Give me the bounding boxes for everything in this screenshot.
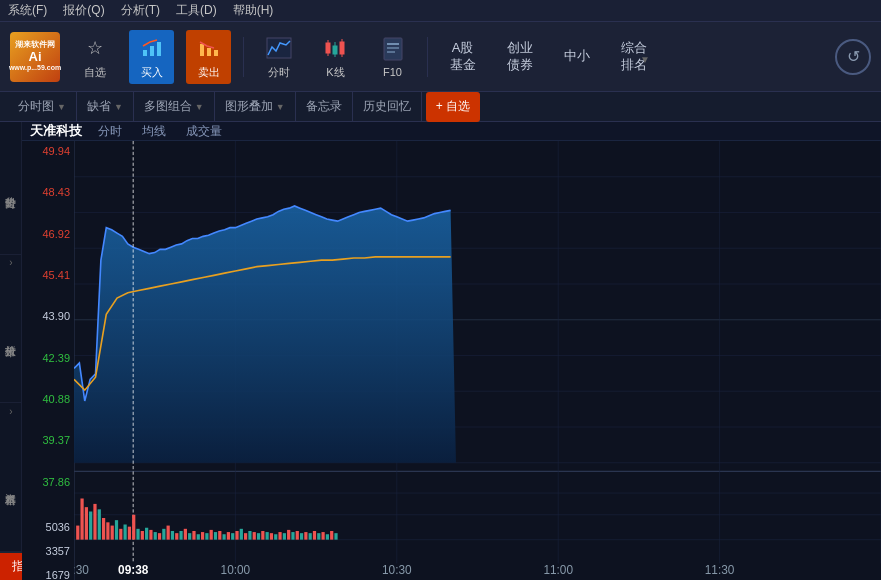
svg-rect-101 — [304, 532, 307, 540]
menu-bar: 系统(F) 报价(Q) 分析(T) 工具(D) 帮助(H) — [0, 0, 881, 22]
svg-rect-65 — [149, 530, 152, 540]
chart-svg-area[interactable]: 09:30 09:38 10:00 10:30 11:00 11:30 — [74, 141, 881, 580]
chart-wrapper: 49.94 48.43 46.92 45.41 43.90 42.39 40.8… — [22, 141, 881, 580]
svg-rect-92 — [266, 532, 269, 540]
svg-rect-48 — [76, 526, 79, 540]
chevron-down-icon: ▼ — [114, 102, 123, 112]
minute-icon — [265, 34, 293, 62]
sub-toolbar: 分时图 ▼ 缺省 ▼ 多图组合 ▼ 图形叠加 ▼ 备忘录 历史回忆 + 自选 — [0, 92, 881, 122]
svg-rect-106 — [326, 534, 329, 539]
svg-text:09:38: 09:38 — [118, 563, 149, 577]
sub-multi-chart-btn[interactable]: 多图组合 ▼ — [134, 92, 215, 122]
toolbar-small-btn[interactable]: 中小 — [554, 44, 599, 69]
left-sidebar: 分时走势 › 技术分析 › 基本资料 — [0, 122, 22, 552]
y-axis-main: 49.94 48.43 46.92 45.41 43.90 42.39 40.8… — [22, 141, 74, 580]
svg-rect-103 — [313, 531, 316, 540]
toolbar-minute-btn[interactable]: 分时 — [256, 30, 301, 84]
svg-rect-96 — [283, 533, 286, 539]
y-label-42: 42.39 — [26, 352, 70, 364]
svg-rect-84 — [231, 533, 234, 539]
svg-rect-59 — [123, 524, 126, 539]
toolbar-buy-btn[interactable]: 买入 — [129, 30, 174, 84]
svg-rect-79 — [210, 530, 213, 540]
sub-memo-btn[interactable]: 备忘录 — [296, 92, 353, 122]
svg-rect-4 — [207, 48, 211, 56]
stock-tab-volume[interactable]: 成交量 — [182, 123, 226, 140]
toolbar-sell-btn[interactable]: 卖出 — [186, 30, 231, 84]
svg-rect-67 — [158, 533, 161, 539]
menu-quote[interactable]: 报价(Q) — [63, 2, 104, 19]
svg-rect-99 — [296, 531, 299, 540]
y-label-49: 49.94 — [26, 145, 70, 157]
sub-overlay-btn[interactable]: 图形叠加 ▼ — [215, 92, 296, 122]
sub-add-watchlist-btn[interactable]: + 自选 — [426, 92, 480, 122]
svg-rect-95 — [278, 532, 281, 540]
sidebar-technical[interactable]: 技术分析 — [0, 271, 21, 404]
refresh-button[interactable]: ↺ — [835, 39, 871, 75]
svg-rect-70 — [171, 531, 174, 540]
sidebar-fundamental[interactable]: 基本资料 — [0, 419, 21, 552]
svg-rect-7 — [326, 43, 330, 53]
toolbar-watchlist-btn[interactable]: ☆ 自选 — [72, 30, 117, 84]
menu-analysis[interactable]: 分析(T) — [121, 2, 160, 19]
chevron-down-icon: ▼ — [195, 102, 204, 112]
sub-minute-chart-btn[interactable]: 分时图 ▼ — [8, 92, 77, 122]
svg-text:11:00: 11:00 — [543, 563, 573, 577]
svg-rect-97 — [287, 530, 290, 540]
stock-tab-avg[interactable]: 均线 — [138, 123, 170, 140]
toolbar: 湖来软件网 Ai www.p...59.com ☆ 自选 买入 卖出 分时 K线 — [0, 22, 881, 92]
menu-system[interactable]: 系统(F) — [8, 2, 47, 19]
svg-rect-5 — [214, 50, 218, 56]
kline-icon — [322, 34, 350, 62]
svg-rect-72 — [179, 531, 182, 540]
svg-rect-100 — [300, 533, 303, 539]
svg-rect-108 — [334, 533, 337, 539]
toolbar-startup-btn[interactable]: 创业债券 — [497, 36, 542, 78]
stock-name: 天准科技 — [30, 122, 82, 140]
y-label-38: 37.86 — [26, 476, 70, 488]
sidebar-arrow-1: › — [0, 255, 22, 271]
sub-default-btn[interactable]: 缺省 ▼ — [77, 92, 134, 122]
svg-rect-85 — [235, 531, 238, 540]
svg-rect-62 — [136, 529, 139, 540]
menu-tools[interactable]: 工具(D) — [176, 2, 217, 19]
svg-rect-54 — [102, 518, 105, 540]
toolbar-f10-btn[interactable]: F10 — [370, 31, 415, 82]
svg-rect-86 — [240, 529, 243, 540]
y-label-47: 46.92 — [26, 228, 70, 240]
menu-help[interactable]: 帮助(H) — [233, 2, 274, 19]
svg-rect-89 — [253, 532, 256, 540]
toolbar-kline-btn[interactable]: K线 — [313, 30, 358, 84]
y-label-41: 40.88 — [26, 393, 70, 405]
f10-icon — [379, 35, 407, 63]
svg-rect-74 — [188, 533, 191, 539]
main-layout: 分时走势 › 技术分析 › 基本资料 天准科技 分时 均线 成交量 49.94 … — [0, 122, 881, 552]
svg-rect-53 — [98, 509, 101, 539]
svg-text:11:30: 11:30 — [705, 563, 735, 577]
svg-rect-1 — [150, 46, 154, 56]
svg-rect-2 — [157, 42, 161, 56]
svg-rect-51 — [89, 511, 92, 539]
y-label-vol-3357: 3357 — [26, 545, 70, 557]
svg-text:10:00: 10:00 — [221, 563, 251, 577]
svg-rect-13 — [340, 42, 344, 54]
svg-rect-55 — [106, 522, 109, 539]
svg-rect-52 — [93, 504, 96, 540]
toolbar-ranking-btn[interactable]: 综合排名 ▼ — [611, 36, 656, 78]
toolbar-divider-1 — [243, 37, 244, 77]
stock-tab-minute[interactable]: 分时 — [94, 123, 126, 140]
svg-rect-63 — [141, 531, 144, 540]
svg-rect-68 — [162, 529, 165, 540]
sidebar-arrow-2: › — [0, 403, 22, 419]
svg-rect-81 — [218, 531, 221, 540]
sidebar-minute-trend[interactable]: 分时走势 — [0, 122, 21, 255]
svg-rect-88 — [248, 531, 251, 540]
watchlist-icon: ☆ — [81, 34, 109, 62]
chevron-down-icon: ▼ — [57, 102, 66, 112]
sub-history-btn[interactable]: 历史回忆 — [353, 92, 422, 122]
toolbar-a-fund-btn[interactable]: A股基金 — [440, 36, 485, 78]
svg-rect-6 — [267, 38, 291, 58]
svg-rect-94 — [274, 534, 277, 539]
svg-rect-66 — [154, 532, 157, 540]
chart-container: 天准科技 分时 均线 成交量 49.94 48.43 46.92 45.41 4… — [22, 122, 881, 552]
